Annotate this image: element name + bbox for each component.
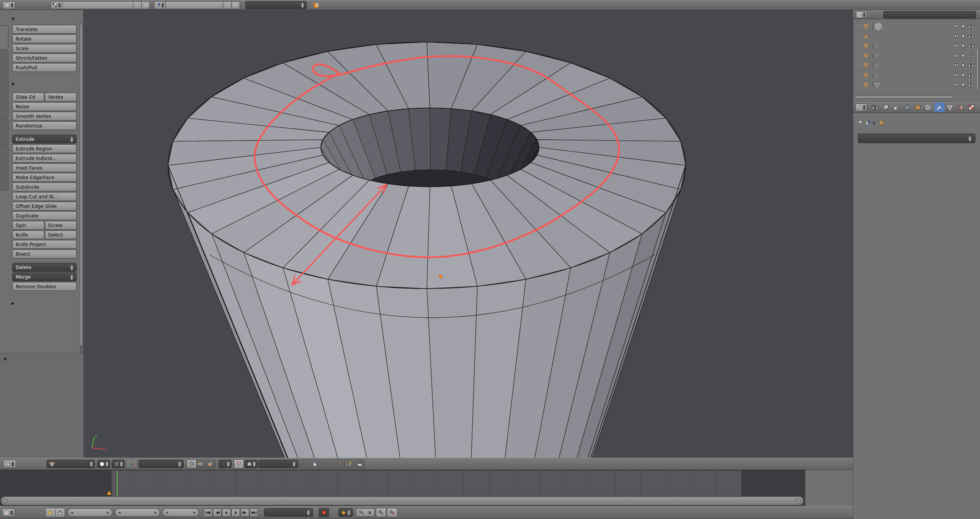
keying-set-type-select[interactable]: ▲▼ xyxy=(338,508,353,517)
properties-tab-scene[interactable] xyxy=(892,103,902,112)
scene-icon-button[interactable]: ▲▼ xyxy=(154,1,166,9)
tool-button-make-edge-face[interactable]: Make Edge/Face xyxy=(12,173,77,182)
edge-select-mode[interactable] xyxy=(196,460,206,468)
scroller-right-handle[interactable] xyxy=(795,498,801,504)
snap-target-select[interactable]: ▲▼ xyxy=(258,460,298,468)
outliner-filter-select[interactable] xyxy=(883,11,976,18)
grease-draw-toggle[interactable] xyxy=(310,459,320,468)
opengl-render-still-button[interactable] xyxy=(344,459,354,468)
selectability-cursor-icon[interactable] xyxy=(961,72,967,78)
snap-element-select[interactable]: ▲▼ xyxy=(245,460,258,468)
renderability-camera-icon[interactable] xyxy=(968,23,974,29)
selectability-cursor-icon[interactable] xyxy=(961,53,967,59)
properties-tab-texture[interactable] xyxy=(967,103,977,112)
tool-button-extrude-region[interactable]: Extrude Region xyxy=(12,144,77,153)
pin-icon[interactable] xyxy=(857,120,863,126)
delete-keyframe-button[interactable] xyxy=(387,508,397,517)
proportional-edit-select[interactable]: ▲▼ xyxy=(219,460,232,468)
scene-name[interactable] xyxy=(166,1,223,9)
info-editor-selector[interactable]: i▲▼ xyxy=(2,1,15,9)
tool-button-scale[interactable]: Scale xyxy=(12,44,77,53)
tool-button-inset-faces[interactable]: Inset Faces xyxy=(12,163,77,172)
mesh-cylinder-016[interactable] xyxy=(83,10,853,458)
tool-button-spin[interactable]: Spin xyxy=(12,221,44,230)
renderability-camera-icon[interactable] xyxy=(968,53,974,59)
play-reverse-button[interactable] xyxy=(222,509,231,517)
panel-grip-icon[interactable]: :::: xyxy=(70,301,77,305)
panel-header-toggle-editmode[interactable]: ▼ :::: xyxy=(0,353,83,363)
current-frame-playhead[interactable] xyxy=(117,470,118,496)
tool-button-smooth-vertex[interactable]: Smooth Vertex xyxy=(12,112,77,121)
jump-to-start-button[interactable] xyxy=(204,509,212,517)
lock-time-cursor-button[interactable] xyxy=(56,508,65,517)
viewport-3d[interactable]: xy xyxy=(83,10,853,458)
panel-grip-icon[interactable]: :::: xyxy=(70,82,77,86)
renderability-camera-icon[interactable] xyxy=(968,82,974,88)
tool-button-merge[interactable]: Merge▲▼ xyxy=(12,273,77,281)
properties-tab-material[interactable] xyxy=(956,103,966,112)
properties-tab-object[interactable] xyxy=(913,103,923,112)
panel-grip-icon[interactable]: :::: xyxy=(74,357,80,361)
render-engine-select[interactable]: ▲▼ xyxy=(245,1,307,9)
tool-button-rotate[interactable]: Rotate xyxy=(12,34,77,43)
face-select-mode[interactable] xyxy=(206,460,216,468)
orientation-select[interactable]: ▲▼ xyxy=(139,460,184,468)
tool-button-translate[interactable]: Translate xyxy=(12,25,77,34)
properties-tab-modifiers[interactable] xyxy=(934,103,944,112)
selectability-cursor-icon[interactable] xyxy=(961,43,967,49)
tool-shelf-tab-options[interactable] xyxy=(0,119,8,145)
selectability-cursor-icon[interactable] xyxy=(961,23,967,29)
properties-editor-selector[interactable]: ▲▼ xyxy=(855,103,867,111)
snap-toggle[interactable] xyxy=(234,459,244,468)
add-scene-button[interactable] xyxy=(223,1,232,9)
visibility-eye-icon[interactable] xyxy=(954,43,959,49)
outliner-item-man-главный-001[interactable]: | xyxy=(856,51,975,60)
mode-select[interactable]: ▲▼ xyxy=(47,460,95,468)
outliner-hscrollbar[interactable] xyxy=(855,96,952,99)
screen-layout-icon-button[interactable]: ▲▼ xyxy=(51,1,62,9)
visibility-eye-icon[interactable] xyxy=(954,72,959,78)
vertex-select-mode[interactable] xyxy=(187,460,196,468)
jump-to-prev-keyframe-button[interactable] xyxy=(213,509,222,517)
jump-to-next-keyframe-button[interactable] xyxy=(240,509,249,517)
visibility-eye-icon[interactable] xyxy=(954,33,959,39)
visibility-eye-icon[interactable] xyxy=(954,62,959,68)
frame-start-field[interactable]: ◀▶ xyxy=(67,508,113,517)
timeline-track-area[interactable] xyxy=(0,470,805,496)
outliner-item-man-главный-013[interactable]: | xyxy=(856,70,975,80)
tool-button-bisect[interactable]: Bisect xyxy=(12,250,77,258)
manipulator-toggle[interactable] xyxy=(126,459,137,468)
tool-button-offset-edge-slide[interactable]: Offset Edge Slide xyxy=(12,202,77,211)
add-layout-button[interactable] xyxy=(133,1,142,9)
selectability-cursor-icon[interactable] xyxy=(961,82,967,88)
outliner-item-empty-001[interactable] xyxy=(856,31,975,41)
properties-tab-constraints[interactable] xyxy=(924,103,934,112)
tool-button-knife-project[interactable]: Knife Project xyxy=(12,240,77,249)
renderability-camera-icon[interactable] xyxy=(968,72,974,78)
panel-header-transform[interactable]: ▼ :::: xyxy=(8,13,80,23)
tool-shelf-tab-tools[interactable] xyxy=(0,25,8,50)
tool-shelf-tab-grease-pencil[interactable] xyxy=(0,146,8,191)
timeline-editor-selector[interactable]: ▲▼ xyxy=(2,508,15,517)
outliner-editor-selector[interactable]: ▲▼ xyxy=(856,11,867,18)
view3d-editor-selector[interactable]: ▲▼ xyxy=(3,460,16,468)
renderability-camera-icon[interactable] xyxy=(968,43,974,49)
screen-layout-name[interactable] xyxy=(62,1,133,9)
close-layout-button[interactable] xyxy=(142,1,150,9)
add-modifier-button[interactable]: ▲▼ xyxy=(858,134,975,143)
tool-shelf-tab-create[interactable] xyxy=(0,51,8,75)
insert-keyframe-button[interactable] xyxy=(376,508,386,517)
visibility-eye-icon[interactable] xyxy=(954,53,959,59)
proportional-connected-toggle[interactable] xyxy=(299,459,309,468)
properties-tab-data[interactable] xyxy=(945,103,955,112)
frame-end-field[interactable]: ◀▶ xyxy=(115,508,160,517)
close-scene-button[interactable] xyxy=(232,1,240,9)
panel-header-mesh-tools[interactable]: ▼ :::: xyxy=(8,78,80,88)
tool-button-loop-cut-and-sl-[interactable]: Loop Cut and Sl... xyxy=(12,192,77,201)
occlude-toggle[interactable] xyxy=(322,459,332,468)
tool-shelf-tab-shading-uvs[interactable] xyxy=(0,76,8,118)
opengl-render-anim-button[interactable] xyxy=(355,459,365,468)
properties-tab-particles[interactable] xyxy=(977,103,980,112)
tool-button-delete[interactable]: Delete▲▼ xyxy=(12,263,77,272)
tool-button-randomize[interactable]: Randomize xyxy=(12,121,77,130)
